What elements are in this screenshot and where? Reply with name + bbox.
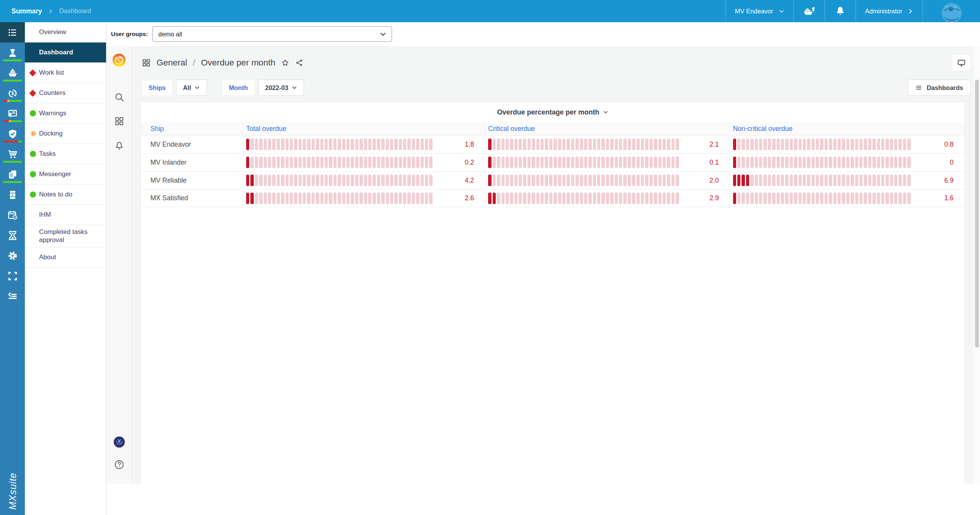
column-header-ship[interactable]: Ship bbox=[141, 122, 243, 135]
noncritical-overdue-cell: 0 bbox=[730, 154, 964, 171]
hourglass-icon-button[interactable] bbox=[0, 225, 25, 245]
red-diamond-badge bbox=[30, 70, 39, 75]
counters-icon: $ bbox=[7, 88, 18, 99]
column-header-total-overdue[interactable]: Total overdue bbox=[243, 122, 485, 135]
sidebar-item-label: Warnings bbox=[39, 109, 66, 117]
safety-icon-button[interactable] bbox=[0, 124, 25, 144]
kiosk-mode-button[interactable] bbox=[952, 54, 971, 71]
mxsuite-globe-icon bbox=[939, 1, 964, 25]
brand-watermark bbox=[923, 0, 980, 22]
mxsuite-logo: MXsuite bbox=[7, 472, 18, 510]
gauge-value: 0.2 bbox=[435, 159, 485, 167]
ship-cell: MV Reliable bbox=[141, 172, 243, 189]
counters-icon-button[interactable]: $ bbox=[0, 83, 25, 103]
dashboards-button-label: Dashboards bbox=[927, 84, 963, 92]
sidebar-item-overview[interactable]: Overview bbox=[25, 22, 106, 43]
dashboards-button[interactable]: Dashboards bbox=[908, 80, 970, 96]
crew-icon-button[interactable] bbox=[0, 43, 25, 63]
table-header-row: ShipTotal overdueCritical overdueNon-cri… bbox=[141, 122, 964, 135]
sidebar-item-docking[interactable]: Docking bbox=[25, 124, 106, 144]
panel-title[interactable]: Overdue percentage per month bbox=[141, 102, 964, 122]
month-filter-select[interactable]: 2022-03 bbox=[258, 80, 304, 96]
help-icon[interactable] bbox=[114, 459, 124, 470]
table-row: MV Inlander0.20.10 bbox=[141, 153, 964, 171]
documents-icon-button[interactable] bbox=[0, 164, 25, 185]
vessel-selector[interactable]: MV Endeavor bbox=[725, 0, 794, 22]
ship-cell: MX Satisfied bbox=[141, 190, 243, 207]
dashboard-title[interactable]: Overdue per month bbox=[201, 58, 275, 68]
sidebar-item-counters[interactable]: Counters bbox=[25, 83, 106, 103]
breadcrumb-dashboard[interactable]: Dashboard bbox=[59, 7, 91, 15]
ships-filter-select[interactable]: All bbox=[176, 80, 207, 96]
alerting-bell-icon[interactable] bbox=[114, 140, 124, 150]
scrollbar-track bbox=[973, 46, 980, 484]
oil-icon bbox=[7, 190, 18, 200]
grafana-content: General / Overdue per month Ships A bbox=[132, 46, 980, 484]
star-icon[interactable] bbox=[281, 59, 289, 67]
chevron-down-icon bbox=[603, 110, 608, 115]
grafana-logo[interactable] bbox=[111, 52, 127, 68]
user-avatar[interactable] bbox=[113, 436, 125, 448]
overdue-panel: Overdue percentage per month ShipTotal o… bbox=[140, 102, 965, 484]
sidebar-menu: OverviewDashboardWork listCountersWarnin… bbox=[25, 22, 106, 515]
ship-icon-button[interactable] bbox=[0, 63, 25, 83]
fullscreen-icon-button[interactable] bbox=[0, 266, 25, 286]
hourglass-icon bbox=[7, 230, 18, 241]
month-filter-label: Month bbox=[222, 80, 255, 96]
top-header-bar: Summary Dashboard MV Endeavor Administra… bbox=[0, 0, 980, 22]
grafana-toolbar: Ships All Month 2022-03 bbox=[132, 80, 980, 97]
oil-icon-button[interactable] bbox=[0, 185, 25, 205]
collapse-icon bbox=[7, 291, 18, 302]
grid-icon[interactable] bbox=[142, 58, 151, 67]
sidebar-item-about[interactable]: About bbox=[25, 247, 106, 268]
sidebar-item-ihm[interactable]: IHM bbox=[25, 205, 106, 225]
gauge-bar bbox=[488, 139, 679, 150]
chevron-right-icon bbox=[908, 8, 913, 14]
share-icon[interactable] bbox=[295, 59, 304, 67]
user-groups-select[interactable]: demo all bbox=[152, 26, 392, 42]
gauge-value: 2.0 bbox=[680, 177, 730, 185]
sidebar-item-notes-to-do[interactable]: Notes to do bbox=[25, 185, 106, 205]
breadcrumb-summary[interactable]: Summary bbox=[11, 7, 42, 15]
purchase-icon bbox=[7, 149, 18, 160]
collapse-icon-button[interactable] bbox=[0, 286, 25, 306]
settings-icon-button[interactable] bbox=[0, 245, 25, 266]
overview-list-icon-button[interactable] bbox=[0, 22, 25, 43]
search-icon[interactable] bbox=[114, 92, 124, 102]
user-menu[interactable]: Administrator bbox=[856, 0, 923, 22]
ships-filter-value: All bbox=[183, 84, 191, 92]
documents-icon bbox=[7, 169, 18, 180]
gauge-bar bbox=[246, 157, 435, 168]
user-groups-label: User groups: bbox=[111, 31, 148, 38]
planning-icon bbox=[7, 210, 18, 221]
green-circle-badge bbox=[30, 191, 39, 198]
breadcrumb-separator: / bbox=[193, 58, 195, 68]
sidebar-item-work-list[interactable]: Work list bbox=[25, 63, 106, 83]
gauge-bar bbox=[733, 193, 915, 204]
sidebar-item-dashboard[interactable]: Dashboard bbox=[25, 43, 106, 63]
fleet-button[interactable] bbox=[794, 0, 825, 22]
dashboards-grid-icon[interactable] bbox=[114, 116, 124, 126]
column-header-non-critical-overdue[interactable]: Non-critical overdue bbox=[730, 122, 964, 135]
dashboard-folder[interactable]: General bbox=[157, 58, 187, 68]
gauge-value: 0.1 bbox=[680, 159, 730, 167]
total-overdue-cell: 4.2 bbox=[243, 172, 485, 189]
scrollbar-thumb[interactable] bbox=[975, 80, 979, 348]
ship-icon bbox=[7, 68, 18, 78]
sidebar-item-tasks[interactable]: Tasks bbox=[25, 144, 106, 164]
gauge-value: 1.8 bbox=[435, 141, 485, 149]
sidebar-item-warnings[interactable]: Warnings bbox=[25, 103, 106, 124]
planning-icon-button[interactable] bbox=[0, 205, 25, 225]
module-icons: $ bbox=[0, 22, 25, 306]
user-menu-label: Administrator bbox=[865, 8, 902, 15]
purchase-icon-button[interactable] bbox=[0, 144, 25, 164]
bell-icon bbox=[834, 6, 846, 16]
notifications-button[interactable] bbox=[825, 0, 856, 22]
safety-icon bbox=[7, 129, 18, 139]
sidebar-item-messenger[interactable]: Messenger bbox=[25, 164, 106, 185]
status-underline bbox=[3, 141, 22, 142]
column-header-critical-overdue[interactable]: Critical overdue bbox=[485, 122, 730, 135]
certificates-icon-button[interactable] bbox=[0, 103, 25, 124]
sidebar-item-label: Tasks bbox=[39, 150, 56, 158]
sidebar-item-completed-tasks-approval[interactable]: Completed tasks approval bbox=[25, 225, 106, 247]
